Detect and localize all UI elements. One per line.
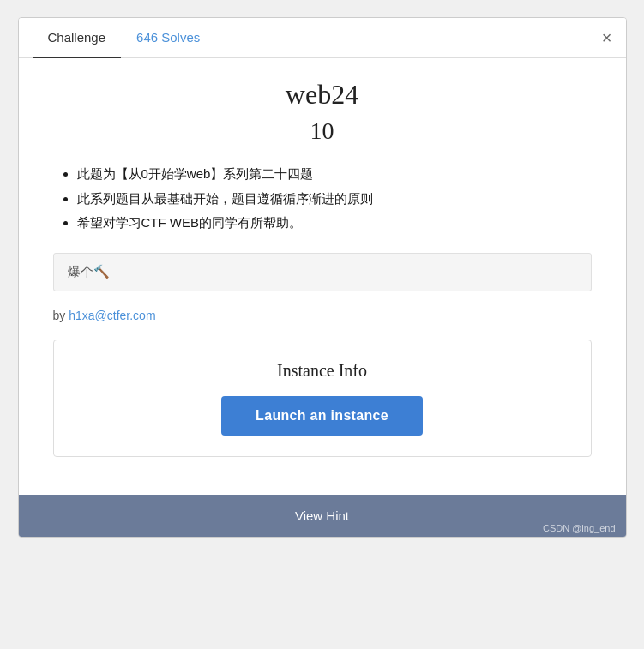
instance-title: Instance Info [71, 361, 574, 381]
launch-instance-button[interactable]: Launch an instance [221, 396, 423, 436]
description-item-1: 此题为【从0开始学web】系列第二十四题 [77, 162, 592, 187]
csdn-watermark: CSDN @ing_end [543, 523, 616, 533]
challenge-title: web24 [53, 79, 592, 111]
description-list: 此题为【从0开始学web】系列第二十四题 此系列题目从最基础开始，题目遵循循序渐… [53, 162, 592, 236]
tab-solves[interactable]: 646 Solves [121, 18, 215, 58]
description-item-2: 此系列题目从最基础开始，题目遵循循序渐进的原则 [77, 187, 592, 212]
tabs-bar: Challenge 646 Solves × [19, 18, 626, 58]
instance-section: Instance Info Launch an instance [53, 340, 592, 457]
view-hint-label: View Hint [295, 508, 349, 523]
tab-challenge[interactable]: Challenge [33, 18, 122, 58]
hint-box: 爆个🔨 [53, 253, 592, 291]
view-hint-bar[interactable]: View Hint CSDN @ing_end [19, 495, 626, 537]
description-item-3: 希望对学习CTF WEB的同学有所帮助。 [77, 211, 592, 236]
by-line: by h1xa@ctfer.com [53, 309, 592, 322]
author-link[interactable]: h1xa@ctfer.com [69, 309, 155, 322]
close-button[interactable]: × [602, 29, 612, 46]
modal-container: Challenge 646 Solves × web24 10 此题为【从0开始… [18, 17, 627, 538]
challenge-points: 10 [53, 117, 592, 145]
modal-body: web24 10 此题为【从0开始学web】系列第二十四题 此系列题目从最基础开… [19, 58, 626, 478]
by-prefix: by [53, 309, 69, 322]
